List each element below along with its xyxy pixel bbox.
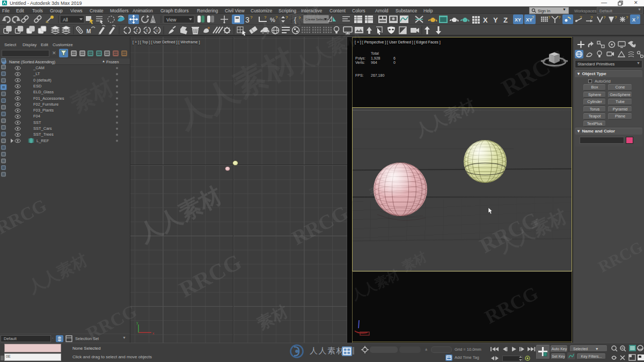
svg-text:View: View — [166, 17, 177, 23]
svg-text:?: ? — [614, 15, 617, 20]
svg-text:?: ? — [580, 15, 582, 20]
svg-text:Z: Z — [503, 16, 508, 24]
svg-text:Create Selection S: Create Selection S — [305, 18, 332, 21]
svg-text:X: X — [483, 16, 488, 24]
svg-text:x: x — [152, 331, 155, 335]
svg-text:?: ? — [590, 15, 593, 20]
svg-text:?: ? — [548, 15, 551, 20]
svg-text:?: ? — [558, 15, 561, 20]
svg-text:S: S — [146, 28, 149, 32]
svg-text:?: ? — [250, 15, 253, 20]
svg-text:?: ? — [626, 15, 628, 20]
svg-text:?: ? — [264, 15, 267, 20]
svg-text:?: ? — [532, 16, 534, 19]
svg-text:?: ? — [275, 15, 278, 20]
svg-text:?: ? — [298, 16, 301, 20]
svg-text:?: ? — [286, 15, 288, 20]
svg-text:{: { — [294, 16, 296, 24]
svg-text:XY: XY — [515, 17, 521, 23]
svg-text:U: U — [156, 28, 158, 32]
svg-text:Z: Z — [136, 28, 138, 32]
svg-text:%: % — [270, 17, 275, 23]
svg-text:y: y — [136, 321, 138, 325]
svg-text:Y: Y — [493, 16, 498, 24]
svg-text:X: X — [632, 17, 635, 23]
svg-text:?: ? — [603, 15, 606, 20]
svg-text:3: 3 — [245, 16, 250, 24]
svg-text:?: ? — [636, 16, 639, 20]
